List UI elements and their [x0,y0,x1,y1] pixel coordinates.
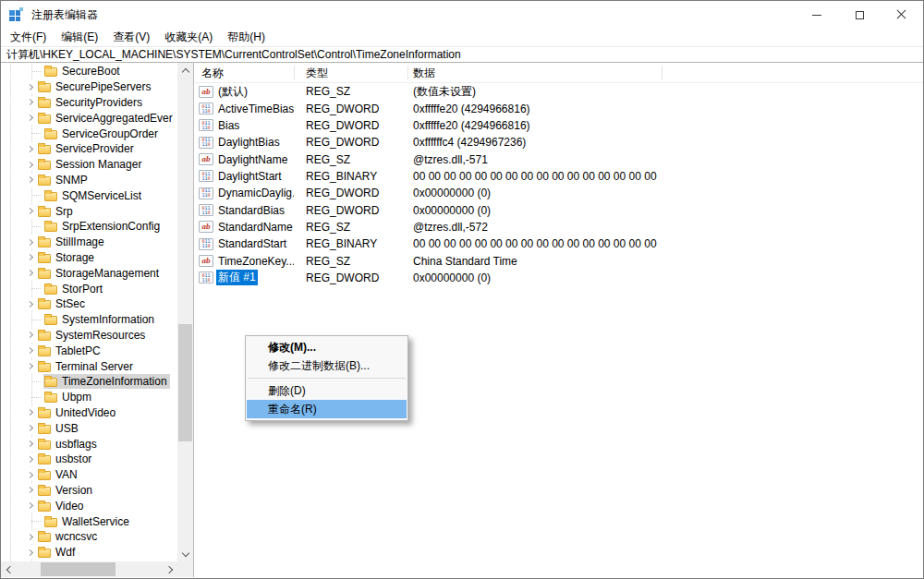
chevron-right-icon[interactable] [24,142,37,155]
chevron-right-icon[interactable] [24,452,37,465]
table-row[interactable]: ab StandardName REG_SZ @tzres.dll,-572 [194,219,923,235]
table-row[interactable]: 011110 StandardStart REG_BINARY 00 00 00… [194,235,923,252]
column-separator[interactable] [662,66,663,79]
menu-item[interactable]: 修改(M)... [247,338,407,356]
column-header-type[interactable]: 类型 [294,63,407,83]
address-bar[interactable]: 计算机\HKEY_LOCAL_MACHINE\SYSTEM\CurrentCon… [1,47,923,63]
chevron-right-icon[interactable] [24,297,37,310]
tree-item[interactable]: UnitedVideo [1,405,177,421]
table-row[interactable]: 011110 新值 #1 REG_DWORD 0x00000000 (0) [194,270,923,286]
tree-item[interactable]: SystemResources [1,328,177,344]
tree-item[interactable]: VAN [1,467,177,483]
menu-item[interactable]: 修改二进制数据(B)... [247,356,407,375]
tree-item[interactable]: Terminal Server [1,358,177,374]
menu-item[interactable]: 重命名(R) [247,400,407,418]
tree-item[interactable]: SystemInformation [1,312,177,328]
tree-item[interactable]: TabletPC [1,343,177,358]
chevron-right-icon[interactable] [24,112,37,125]
table-row[interactable]: ab (默认) REG_SZ (数值未设置) [194,83,923,100]
value-data: China Standard Time [407,255,923,268]
chevron-right-icon[interactable] [24,500,37,513]
tree-vertical-scrollbar[interactable] [177,63,193,561]
tree-item-label: ServiceGroupOrder [62,127,158,140]
scroll-up-button[interactable] [177,63,193,78]
table-row[interactable]: 011110 DaylightStart REG_BINARY 00 00 00… [194,168,923,185]
maximize-button[interactable] [838,1,881,29]
tree-item[interactable]: ServiceProvider [1,141,177,157]
chevron-right-icon[interactable] [24,329,37,342]
tree-item[interactable]: SecurityProviders [1,95,177,111]
chevron-right-icon[interactable] [24,484,37,497]
tree-item[interactable]: WalletService [1,513,177,529]
tree-item[interactable]: SecurePipeServers [1,79,177,95]
tree-item[interactable]: Srp [1,203,177,219]
tree-item[interactable]: StSec [1,296,177,312]
tree-item[interactable]: SrpExtensionConfig [1,219,177,235]
tree-item[interactable]: wcncsvc [1,529,177,545]
chevron-right-icon[interactable] [24,174,37,187]
tree-item[interactable]: StorPort [1,281,177,296]
chevron-right-icon[interactable] [24,360,37,373]
minimize-button[interactable] [796,1,838,29]
chevron-right-icon[interactable] [24,530,37,543]
chevron-right-icon[interactable] [24,251,37,264]
tree-item[interactable]: TimeZoneInformation [1,374,177,390]
tree-item[interactable]: StillImage [1,235,177,250]
vertical-scroll-thumb[interactable] [178,324,192,441]
menu-help[interactable]: 帮助(H) [220,28,273,47]
chevron-right-icon[interactable] [24,80,37,93]
chevron-right-icon[interactable] [24,158,37,171]
tree-item[interactable]: Ubpm [1,390,177,405]
tree-item[interactable]: usbstor [1,452,177,467]
scroll-down-button[interactable] [177,546,193,561]
menu-file[interactable]: 文件(F) [3,28,54,47]
table-row[interactable]: 011110 ActiveTimeBias REG_DWORD 0xfffffe… [194,100,923,116]
chevron-right-icon[interactable] [24,267,37,280]
tree-item[interactable]: ServiceAggregatedEver [1,110,177,126]
tree-item[interactable]: Wdf [1,545,177,561]
menu-view[interactable]: 查看(V) [105,28,157,47]
tree-item[interactable]: StorageManagement [1,265,177,281]
tree-item[interactable]: USB [1,420,177,436]
chevron-right-icon[interactable] [24,422,37,435]
table-row[interactable]: 011110 StandardBias REG_DWORD 0x00000000… [194,201,923,218]
column-separator[interactable] [294,66,295,79]
table-row[interactable]: 011110 DynamicDaylig... REG_DWORD 0x0000… [194,185,923,201]
chevron-right-icon[interactable] [24,205,37,218]
scroll-left-button[interactable] [1,561,17,577]
menu-favorites[interactable]: 收藏夹(A) [157,28,220,47]
horizontal-scroll-thumb[interactable] [41,562,116,576]
chevron-right-icon[interactable] [24,468,37,481]
column-header-data[interactable]: 数据 [407,63,662,83]
chevron-right-icon[interactable] [24,344,37,357]
tree-item[interactable]: SQMServiceList [1,187,177,203]
table-row[interactable]: ab TimeZoneKey... REG_SZ China Standard … [194,252,923,269]
tree-item[interactable]: SNMP [1,173,177,188]
folder-icon [38,549,51,558]
tree-item[interactable]: SecureBoot [1,64,177,79]
tree-item[interactable]: ServiceGroupOrder [1,126,177,141]
close-button[interactable] [881,1,923,29]
table-row[interactable]: 011110 DaylightBias REG_DWORD 0xffffffc4… [194,134,923,151]
tree-item[interactable]: usbflags [1,436,177,452]
chevron-right-icon[interactable] [24,438,37,451]
scroll-right-button[interactable] [162,561,177,577]
chevron-right-icon[interactable] [24,235,37,248]
tree-horizontal-scrollbar[interactable] [1,561,177,577]
folder-icon [44,192,57,201]
tree-item-label: StillImage [55,235,104,248]
chevron-right-icon[interactable] [24,546,37,559]
menu-item[interactable]: 删除(D) [247,381,407,400]
table-row[interactable]: 011110 Bias REG_DWORD 0xfffffe20 (429496… [194,117,923,134]
registry-path: 计算机\HKEY_LOCAL_MACHINE\SYSTEM\CurrentCon… [6,47,461,63]
column-header-name[interactable]: 名称 [194,63,294,83]
chevron-right-icon[interactable] [24,406,37,419]
tree-item[interactable]: Video [1,498,177,513]
chevron-right-icon[interactable] [24,96,37,109]
tree-item[interactable]: Storage [1,250,177,266]
tree-item[interactable]: Version [1,483,177,499]
tree-item[interactable]: Session Manager [1,157,177,173]
menu-edit[interactable]: 编辑(E) [54,28,105,47]
column-separator[interactable] [407,66,408,79]
table-row[interactable]: ab DaylightName REG_SZ @tzres.dll,-571 [194,151,923,167]
